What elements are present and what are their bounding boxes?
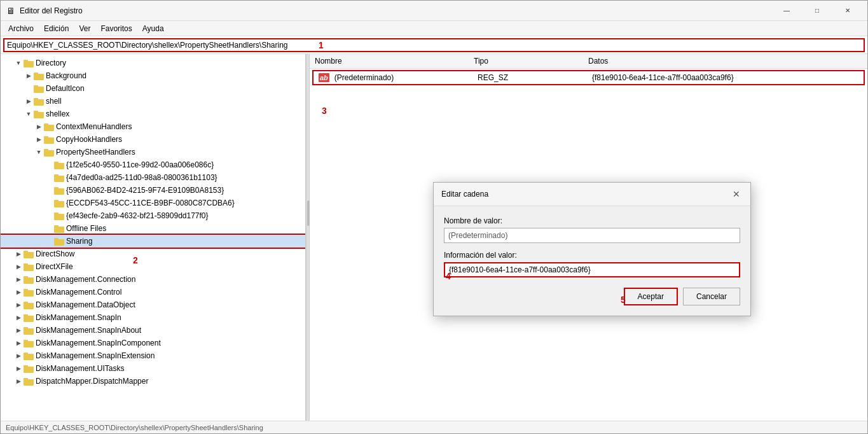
modal-body: Nombre de valor: Información del valor: … bbox=[434, 206, 750, 316]
expand-icon-dm-dataobject[interactable]: ▶ bbox=[13, 300, 24, 310]
expand-icon-dm-snapinabout[interactable]: ▶ bbox=[13, 325, 24, 335]
tree-item-guid1[interactable]: ▶ {1f2e5c40-9550-11ce-99d2-00aa006e086c} bbox=[1, 158, 305, 171]
menu-favoritos[interactable]: Favoritos bbox=[95, 23, 137, 34]
folder-icon-guid4 bbox=[54, 199, 64, 207]
modal-close-button[interactable]: ✕ bbox=[730, 188, 743, 200]
modal-cancel-button[interactable]: Cancelar bbox=[683, 288, 740, 305]
tree-item-dm-snapincomponent[interactable]: ▶ DiskManagement.SnapInComponent bbox=[1, 337, 305, 349]
tree-item-directshow[interactable]: ▶ DirectShow bbox=[1, 248, 305, 260]
tree-item-guid4[interactable]: ▶ {ECCDF543-45CC-11CE-B9BF-0080C87CDBA6} bbox=[1, 197, 305, 209]
modal-valor-input[interactable] bbox=[444, 262, 740, 277]
window-title: Editor del Registro bbox=[20, 6, 772, 15]
expand-icon-shell[interactable]: ▶ bbox=[24, 96, 34, 106]
tree-item-background[interactable]: ▶ Background bbox=[1, 69, 305, 82]
tree-item-copyhookhandlers[interactable]: ▶ CopyHookHandlers bbox=[1, 133, 305, 146]
menu-ver[interactable]: Ver bbox=[74, 23, 95, 34]
tree-item-sharing[interactable]: ▶ Sharing bbox=[1, 235, 305, 248]
svg-rect-3 bbox=[34, 73, 38, 74]
tree-label-directxfile: DirectXFile bbox=[36, 262, 73, 271]
svg-rect-22 bbox=[54, 201, 64, 207]
tree-item-dm-snapinextension[interactable]: ▶ DiskManagement.SnapInExtension bbox=[1, 349, 305, 362]
expand-icon-background[interactable]: ▶ bbox=[24, 71, 34, 81]
svg-rect-10 bbox=[44, 125, 54, 131]
expand-icon-shellex[interactable]: ▼ bbox=[24, 109, 34, 119]
tree-item-shellex[interactable]: ▼ shellex bbox=[1, 108, 305, 120]
folder-icon-dm-snapincomponent bbox=[24, 339, 34, 347]
expand-icon-dm-control[interactable]: ▶ bbox=[13, 287, 24, 297]
tree-item-propertysheethandlers[interactable]: ▼ PropertySheetHandlers bbox=[1, 146, 305, 158]
tree-item-directxfile[interactable]: ▶ DirectXFile bbox=[1, 260, 305, 273]
folder-icon-defaulticon bbox=[34, 84, 44, 93]
expand-icon-copyhookhandlers[interactable]: ▶ bbox=[34, 134, 44, 144]
menu-edicion[interactable]: Edición bbox=[39, 23, 74, 34]
tree-item-offlinefiles[interactable]: ▶ Offline Files bbox=[1, 222, 305, 235]
tree-item-dm-control[interactable]: ▶ DiskManagement.Control bbox=[1, 286, 305, 298]
svg-rect-24 bbox=[54, 214, 64, 220]
folder-icon-dm-connection bbox=[24, 275, 34, 284]
annotation-5: 5 bbox=[621, 295, 626, 305]
menu-bar: Archivo Edición Ver Favoritos Ayuda bbox=[1, 21, 867, 36]
modal-title-bar: Editar cadena ✕ bbox=[434, 183, 750, 206]
svg-rect-26 bbox=[54, 227, 64, 233]
address-bar bbox=[1, 36, 867, 54]
svg-rect-13 bbox=[44, 136, 48, 138]
tree-item-dm-snapin[interactable]: ▶ DiskManagement.SnapIn bbox=[1, 311, 305, 324]
folder-icon-directshow bbox=[24, 249, 34, 258]
tree-item-dm-uitasks[interactable]: ▶ DiskManagement.UITasks bbox=[1, 362, 305, 375]
menu-ayuda[interactable]: Ayuda bbox=[137, 23, 169, 34]
tree-item-shell[interactable]: ▶ shell bbox=[1, 95, 305, 108]
tree-item-dm-connection[interactable]: ▶ DiskManagement.Connection bbox=[1, 273, 305, 286]
folder-icon-dispatchmapper bbox=[24, 377, 34, 386]
tree-item-guid5[interactable]: ▶ {ef43ecfe-2ab9-4632-bf21-58909dd177f0} bbox=[1, 209, 305, 222]
annotation-3: 3 bbox=[322, 106, 327, 116]
expand-icon-dispatchmapper[interactable]: ▶ bbox=[13, 376, 24, 386]
svg-rect-51 bbox=[24, 378, 28, 380]
expand-icon-contextmenuhandlers[interactable]: ▶ bbox=[34, 122, 44, 132]
tree-item-dm-snapinabout[interactable]: ▶ DiskManagement.SnapInAbout bbox=[1, 324, 305, 337]
tree-item-directory[interactable]: ▼ Directory bbox=[1, 57, 305, 69]
close-button[interactable]: ✕ bbox=[833, 1, 862, 21]
tree-label-directshow: DirectShow bbox=[36, 249, 74, 258]
svg-rect-47 bbox=[24, 353, 28, 354]
minimize-button[interactable]: — bbox=[772, 1, 801, 21]
maximize-button[interactable]: □ bbox=[803, 1, 832, 21]
svg-rect-20 bbox=[54, 188, 64, 195]
expand-icon-dm-snapincomponent[interactable]: ▶ bbox=[13, 338, 24, 348]
tree-item-guid2[interactable]: ▶ {4a7ded0a-ad25-11d0-98a8-0800361b1103} bbox=[1, 171, 305, 184]
expand-icon-propertysheethandlers[interactable]: ▼ bbox=[34, 147, 44, 157]
tree-label-copyhookhandlers: CopyHookHandlers bbox=[56, 135, 122, 144]
svg-rect-44 bbox=[24, 341, 34, 347]
tree-item-defaulticon[interactable]: ▶ DefaultIcon bbox=[1, 82, 305, 95]
tree-item-dispatchmapper[interactable]: ▶ DispatchMapper.DispatchMapper bbox=[1, 375, 305, 388]
folder-icon-contextmenuhandlers bbox=[44, 122, 54, 131]
annotation-1: 1 bbox=[319, 40, 324, 50]
folder-icon-directxfile bbox=[24, 262, 34, 271]
tree-label-shell: shell bbox=[46, 97, 62, 106]
expand-icon-directory[interactable]: ▼ bbox=[13, 58, 24, 68]
svg-rect-48 bbox=[24, 367, 34, 373]
tree-item-dm-dataobject[interactable]: ▶ DiskManagement.DataObject bbox=[1, 298, 305, 311]
expand-icon-dm-snapinextension[interactable]: ▶ bbox=[13, 351, 24, 361]
expand-icon-dm-connection[interactable]: ▶ bbox=[13, 274, 24, 284]
menu-archivo[interactable]: Archivo bbox=[3, 23, 39, 34]
status-text: Equipo\HKEY_CLASSES_ROOT\Directory\shell… bbox=[6, 424, 263, 431]
table-row-0[interactable]: ab (Predeterminado) REG_SZ {f81e9010-6ea… bbox=[312, 70, 865, 85]
svg-rect-49 bbox=[24, 365, 28, 367]
expand-icon-dm-snapin[interactable]: ▶ bbox=[13, 312, 24, 323]
title-bar: 🖥 Editor del Registro — □ ✕ bbox=[1, 1, 867, 21]
address-input[interactable] bbox=[3, 38, 865, 52]
tree-item-guid3[interactable]: ▶ {596AB062-B4D2-4215-9F74-E9109B0A8153} bbox=[1, 184, 305, 197]
svg-rect-9 bbox=[34, 111, 38, 113]
pane-divider[interactable] bbox=[306, 54, 310, 421]
expand-icon-directshow[interactable]: ▶ bbox=[13, 249, 24, 259]
expand-icon-directxfile[interactable]: ▶ bbox=[13, 262, 24, 272]
row-nombre-0: ab (Predeterminado) bbox=[319, 73, 478, 82]
tree-label-offlinefiles: Offline Files bbox=[66, 224, 106, 233]
folder-icon-sharing bbox=[54, 237, 64, 246]
expand-icon-dm-uitasks[interactable]: ▶ bbox=[13, 363, 24, 374]
tree-item-contextmenuhandlers[interactable]: ▶ ContextMenuHandlers bbox=[1, 120, 305, 133]
modal-nombre-label: Nombre de valor: bbox=[444, 216, 740, 225]
folder-icon-directory bbox=[24, 59, 34, 67]
modal-ok-button[interactable]: Aceptar bbox=[624, 288, 678, 305]
col-header-datos: Datos bbox=[588, 57, 862, 66]
